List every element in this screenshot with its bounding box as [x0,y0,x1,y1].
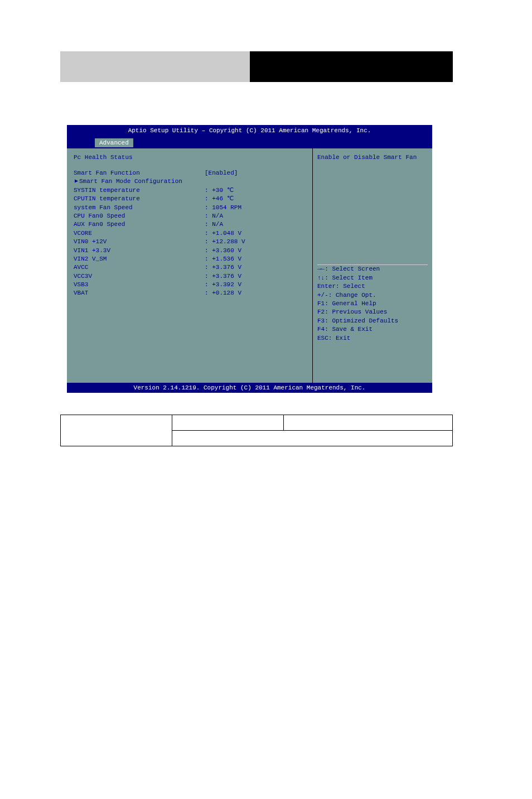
reading-row: VIN0 +12V: +12.288 V [74,238,306,246]
help-key-line: ↑↓: Select Item [317,274,428,282]
reading-row: AVCC: +3.376 V [74,263,306,272]
reading-row: system Fan Speed: 1054 RPM [74,204,306,212]
reading-label: VCC3V [74,272,205,281]
reading-row: CPUTIN temperature: +46 ℃ [74,195,306,203]
reading-label: VIN1 +3.3V [74,247,205,255]
reading-value: : +1.536 V [205,255,306,263]
reading-value: : +46 ℃ [205,195,306,203]
tabs-row: Advanced [67,136,432,148]
section-header: Pc Health Status [74,154,306,161]
reading-row: VCORE: +1.048 V [74,229,306,238]
help-text: Enable or Disable Smart Fan [317,154,428,166]
reading-label: VSB3 [74,281,205,289]
selected-value: [Enabled] [205,169,306,177]
help-key-line: →←: Select Screen [317,265,428,273]
tab-advanced[interactable]: Advanced [95,138,133,147]
help-key-line: Enter: Select [317,282,428,291]
bios-title: Aptio Setup Utility – Copyright (C) 2011… [67,125,432,136]
header-left-block [60,51,250,82]
reading-value: : +3.376 V [205,272,306,281]
options-table [60,415,453,446]
reading-row: VBAT: +0.128 V [74,289,306,297]
reading-value: : +0.128 V [205,289,306,297]
selected-label: Smart Fan Function [74,169,205,177]
reading-row: SYSTIN temperature: +30 ℃ [74,186,306,195]
reading-row: AUX Fan0 Speed: N/A [74,220,306,229]
help-keys: →←: Select Screen↑↓: Select ItemEnter: S… [317,262,428,377]
reading-label: VIN0 +12V [74,238,205,246]
reading-label: VCORE [74,229,205,238]
submenu-label: Smart Fan Mode Configuration [79,177,182,186]
table-cell [172,431,453,446]
table-cell [284,415,453,431]
reading-value: : N/A [205,212,306,220]
reading-value: : +3.392 V [205,281,306,289]
reading-label: CPU Fan0 Speed [74,212,205,220]
help-key-line: F1: General Help [317,300,428,308]
reading-label: SYSTIN temperature [74,186,205,195]
table-cell [172,415,284,431]
bios-window: Aptio Setup Utility – Copyright (C) 2011… [67,125,432,393]
reading-value: : N/A [205,220,306,229]
reading-row: VSB3: +3.392 V [74,281,306,289]
reading-row: VIN2 V_SM: +1.536 V [74,255,306,263]
bios-right-panel: Enable or Disable Smart Fan →←: Select S… [312,148,432,383]
reading-value: : +12.288 V [205,238,306,246]
help-key-line: F3: Optimized Defaults [317,317,428,325]
help-key-line: F4: Save & Exit [317,325,428,334]
reading-row: CPU Fan0 Speed: N/A [74,212,306,220]
header-right-block [250,51,453,82]
help-key-line: F2: Previous Values [317,308,428,316]
reading-label: AUX Fan0 Speed [74,220,205,229]
table-row [61,415,453,431]
help-key-line: +/-: Change Opt. [317,291,428,300]
bios-left-panel: Pc Health Status Smart Fan Function [Ena… [67,148,312,383]
readings-list: SYSTIN temperature: +30 ℃CPUTIN temperat… [74,186,306,298]
reading-label: VBAT [74,289,205,297]
reading-value: : +3.360 V [205,247,306,255]
reading-value: : +1.048 V [205,229,306,238]
smart-fan-mode-config-item[interactable]: Smart Fan Mode Configuration [74,177,306,186]
table-cell [61,415,172,446]
reading-label: AVCC [74,263,205,272]
help-key-line: ESC: Exit [317,334,428,343]
submenu-pointer-icon: ▶ [75,177,78,184]
smart-fan-function-item[interactable]: Smart Fan Function [Enabled] [74,169,306,177]
reading-row: VCC3V: +3.376 V [74,272,306,281]
bios-footer: Version 2.14.1219. Copyright (C) 2011 Am… [67,383,432,393]
reading-value: : 1054 RPM [205,204,306,212]
page-header-bar [60,51,453,82]
reading-label: system Fan Speed [74,204,205,212]
reading-label: CPUTIN temperature [74,195,205,203]
reading-label: VIN2 V_SM [74,255,205,263]
reading-value: : +30 ℃ [205,186,306,195]
reading-value: : +3.376 V [205,263,306,272]
bios-body: Pc Health Status Smart Fan Function [Ena… [67,148,432,383]
reading-row: VIN1 +3.3V: +3.360 V [74,247,306,255]
